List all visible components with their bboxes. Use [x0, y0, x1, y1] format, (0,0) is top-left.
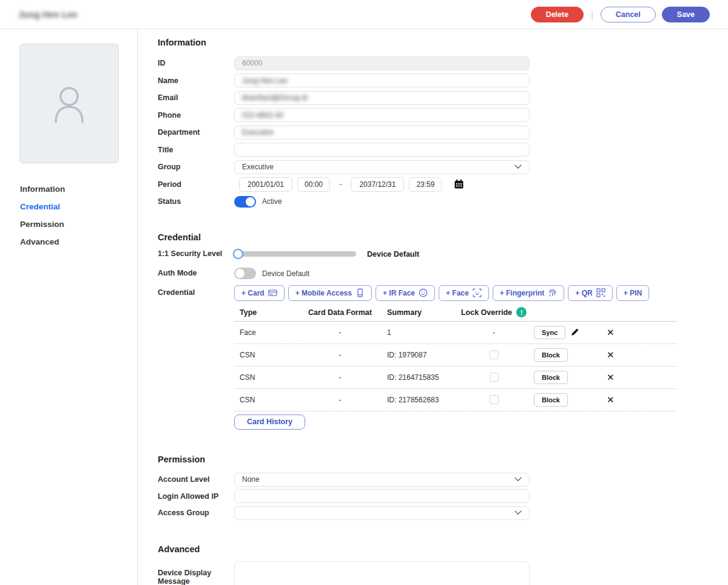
cell-action: Sync	[528, 326, 588, 339]
period-end-time-input[interactable]: 23:59	[409, 177, 442, 192]
status-label: Status	[158, 197, 234, 206]
lock-override-dash: -	[493, 328, 495, 337]
delete-row-icon[interactable]: ✕	[607, 327, 615, 337]
delete-button[interactable]: Delete	[531, 7, 584, 22]
section-information: Information ID 60000 Name Jung Hee Lee E…	[158, 38, 728, 211]
department-row: Department Executive	[158, 124, 728, 141]
lock-override-checkbox[interactable]	[490, 350, 499, 359]
security-level-value: Device Default	[367, 250, 419, 259]
sidebar-item-credential[interactable]: Credential	[0, 198, 137, 215]
face-scan-icon	[473, 288, 482, 297]
calendar-icon[interactable]	[454, 179, 464, 189]
save-button[interactable]: Save	[662, 7, 710, 22]
add-ir-face-button[interactable]: + IR Face	[376, 285, 435, 301]
block-button[interactable]: Block	[534, 348, 568, 362]
status-toggle[interactable]	[234, 196, 256, 208]
permission-title: Permission	[158, 455, 728, 464]
auth-mode-label: Auth Mode	[158, 269, 234, 277]
toggle-knob	[246, 197, 255, 206]
section-permission: Permission Account Level None Login Allo…	[158, 455, 728, 522]
access-group-select[interactable]	[234, 506, 530, 520]
account-level-value: None	[242, 475, 260, 484]
block-button[interactable]: Block	[534, 371, 568, 384]
device-display-message-label: Device Display Message	[158, 561, 234, 585]
col-summary: Summary	[378, 308, 460, 317]
cell-delete: ✕	[588, 350, 676, 360]
card-icon	[268, 288, 277, 297]
account-level-label: Account Level	[158, 475, 234, 484]
device-display-message-textarea[interactable]	[234, 561, 530, 585]
name-input[interactable]: Jung Hee Lee	[234, 73, 530, 87]
sidebar-item-information[interactable]: Information	[0, 180, 137, 198]
add-fingerprint-button[interactable]: + Fingerprint	[493, 285, 565, 301]
period-end-date-input[interactable]: 2037/12/31	[351, 177, 404, 192]
col-lock-override: Lock Override !	[460, 307, 528, 317]
title-input[interactable]	[234, 143, 530, 157]
group-row: Group Executive	[158, 158, 728, 176]
fingerprint-icon	[548, 288, 557, 297]
card-history-button[interactable]: Card History	[234, 414, 305, 430]
cell-lock-override	[460, 373, 528, 382]
phone-input[interactable]: 010-4602-40	[234, 108, 530, 122]
cell-action: Block	[528, 393, 588, 407]
add-pin-button[interactable]: + PIN	[616, 285, 649, 301]
title-row: Title	[158, 141, 728, 159]
period-row: Period 2001/01/01 00:00 ~ 2037/12/31 23:…	[158, 176, 728, 194]
department-input[interactable]: Executive	[234, 126, 530, 140]
col-card-data-format: Card Data Format	[302, 308, 378, 317]
section-advanced: Advanced Device Display Message	[158, 544, 728, 585]
credential-table-header: Type Card Data Format Summary Lock Overr…	[234, 304, 676, 322]
credential-title: Credential	[158, 232, 728, 242]
credential-row-face: Face - 1 - Sync ✕	[234, 322, 676, 344]
delete-row-icon[interactable]: ✕	[607, 372, 615, 382]
security-level-row: 1:1 Security Level Device Default	[158, 245, 728, 264]
status-value: Active	[262, 197, 282, 206]
add-mobile-access-button[interactable]: + Mobile Access	[288, 285, 372, 301]
advanced-title: Advanced	[158, 544, 728, 554]
email-input[interactable]: bhanftard@Group.lk	[234, 91, 530, 105]
cell-lock-override: -	[460, 328, 528, 337]
name-value: Jung Hee Lee	[242, 76, 288, 85]
block-button[interactable]: Block	[534, 393, 568, 407]
slider-handle[interactable]	[233, 249, 243, 259]
sidebar-item-advanced[interactable]: Advanced	[0, 233, 137, 251]
delete-row-icon[interactable]: ✕	[607, 394, 615, 405]
user-photo-placeholder[interactable]	[19, 44, 119, 163]
sidebar-item-permission[interactable]: Permission	[0, 215, 137, 233]
credential-buttons-row: Credential + Card + Mobile Access + IR F…	[158, 283, 728, 303]
toggle-knob	[235, 269, 244, 278]
access-group-row: Access Group	[158, 505, 728, 522]
period-start-time-input[interactable]: 00:00	[297, 177, 330, 192]
id-input: 60000	[234, 56, 530, 70]
login-allowed-ip-input[interactable]	[234, 489, 530, 503]
account-level-select[interactable]: None	[234, 473, 530, 487]
add-pin-label: + PIN	[624, 289, 642, 297]
period-start-date-input[interactable]: 2001/01/01	[239, 177, 292, 192]
id-label: ID	[158, 59, 234, 67]
info-badge-icon[interactable]: !	[516, 307, 527, 317]
security-level-label: 1:1 Security Level	[158, 249, 234, 258]
information-title: Information	[158, 38, 728, 47]
add-face-label: + Face	[446, 289, 469, 297]
edit-pencil-icon[interactable]	[570, 328, 579, 337]
credential-row-csn-2: CSN - ID: 2164715835 Block ✕	[234, 367, 676, 389]
security-level-slider[interactable]	[234, 251, 356, 257]
group-select[interactable]: Executive	[234, 160, 530, 174]
main-content: Information ID 60000 Name Jung Hee Lee E…	[138, 29, 728, 585]
delete-row-icon[interactable]: ✕	[607, 350, 615, 360]
lock-override-checkbox[interactable]	[490, 373, 499, 382]
sync-button[interactable]: Sync	[534, 326, 565, 339]
auth-mode-toggle[interactable]	[234, 268, 256, 279]
add-card-button[interactable]: + Card	[234, 285, 285, 301]
period-label: Period	[158, 180, 234, 189]
login-allowed-ip-row: Login Allowed IP	[158, 488, 728, 505]
cell-card-data-format: -	[302, 328, 378, 337]
lock-override-checkbox[interactable]	[490, 395, 499, 404]
topbar-actions: Delete | Cancel Save	[531, 7, 710, 22]
add-face-button[interactable]: + Face	[439, 285, 489, 301]
add-qr-button[interactable]: + QR	[568, 285, 612, 301]
cell-type: CSN	[234, 351, 302, 359]
cell-action: Block	[528, 371, 588, 384]
name-label: Name	[158, 76, 234, 85]
cancel-button[interactable]: Cancel	[601, 7, 656, 22]
